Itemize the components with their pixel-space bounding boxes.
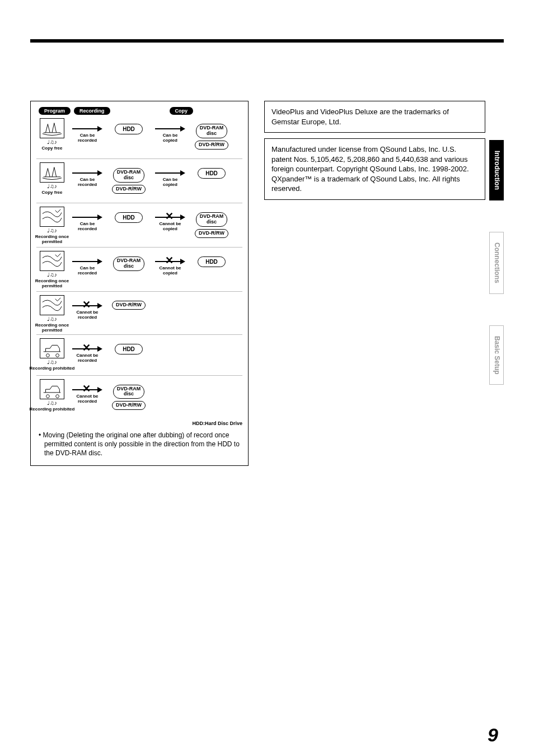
- program-car-icon: [40, 379, 64, 399]
- program-ship-icon: [40, 162, 64, 183]
- diagram-row: ♩♫♪ Recording once permitted Can be reco…: [36, 207, 242, 246]
- tab-connections[interactable]: Connections: [489, 232, 504, 294]
- arrow-label: Can be copied: [163, 133, 178, 143]
- music-notes-icon: ♩♫♪: [47, 316, 57, 322]
- arrow-label: Can be recorded: [78, 177, 97, 187]
- arrow-icon: [72, 214, 102, 220]
- device-dvdrrw-badge: DVD-R/RW: [195, 229, 228, 238]
- recording-copy-diagram: Program Recording Copy ♩♫♪ Copy free Can…: [30, 101, 249, 466]
- arrow-label: Can be recorded: [78, 265, 97, 276]
- device-dvdram-badge: DVD-RAM disc: [113, 256, 145, 271]
- tab-basic-setup[interactable]: Basic Setup: [489, 325, 504, 385]
- program-label: Recording once permitted: [35, 279, 69, 289]
- hdd-legend: HDD:Hard Disc Drive: [36, 421, 242, 426]
- device-dvdrrw-badge: DVD-R/RW: [195, 141, 228, 150]
- arrow-crossed-icon: ✕: [155, 259, 185, 264]
- device-dvdrrw-badge: DVD-R/RW: [112, 185, 146, 194]
- diagram-row: ♩♫♪ Recording prohibited ✕ Cannot be rec…: [36, 379, 242, 418]
- program-map-icon: [40, 251, 64, 271]
- device-dvdram-badge: DVD-RAM disc: [113, 168, 145, 183]
- page-content: Program Recording Copy ♩♫♪ Copy free Can…: [30, 101, 504, 722]
- music-notes-icon: ♩♫♪: [47, 184, 57, 189]
- device-dvdrrw-badge: DVD-R/RW: [112, 301, 146, 310]
- arrow-icon: [72, 259, 102, 264]
- music-notes-icon: ♩♫♪: [47, 400, 57, 406]
- page-number: 9: [488, 724, 498, 746]
- device-dvdram-badge: DVD-RAM disc: [113, 385, 145, 399]
- arrow-crossed-icon: ✕: [72, 303, 102, 309]
- arrow-label: Can be recorded: [78, 133, 97, 143]
- arrow-icon: [155, 170, 185, 176]
- program-ship-icon: [40, 118, 64, 138]
- device-dvdram-badge: DVD-RAM disc: [196, 124, 228, 138]
- program-label: Copy free: [42, 146, 63, 151]
- header-recording: Recording: [74, 107, 110, 115]
- device-dvdram-badge: DVD-RAM disc: [196, 212, 228, 227]
- arrow-crossed-icon: ✕: [72, 387, 102, 393]
- side-tabs: Introduction Connections Basic Setup: [489, 140, 504, 385]
- program-map-icon: [40, 207, 64, 227]
- program-map-icon: [40, 295, 64, 315]
- arrow-label: Cannot be recorded: [76, 310, 98, 320]
- program-label: Recording prohibited: [30, 366, 75, 371]
- diagram-row: ♩♫♪ Recording once permitted ✕ Cannot be…: [36, 295, 242, 333]
- header-copy: Copy: [170, 107, 194, 115]
- program-car-icon: [40, 338, 64, 358]
- arrow-label: Cannot be copied: [159, 265, 181, 276]
- music-notes-icon: ♩♫♪: [47, 272, 57, 278]
- arrow-label: Cannot be recorded: [76, 353, 98, 363]
- page-top-rule: [30, 39, 504, 43]
- arrow-icon: [72, 126, 102, 132]
- header-program: Program: [39, 107, 71, 115]
- arrow-icon: [155, 126, 185, 132]
- music-notes-icon: ♩♫♪: [47, 360, 57, 365]
- arrow-crossed-icon: ✕: [155, 214, 185, 220]
- program-label: Recording once permitted: [35, 323, 69, 333]
- trademark-box-2: Manufactured under license from QSound L…: [264, 138, 485, 200]
- arrow-icon: [72, 170, 102, 176]
- arrow-label: Can be copied: [163, 177, 178, 187]
- arrow-label: Cannot be recorded: [76, 394, 98, 404]
- device-dvdrrw-badge: DVD-R/RW: [112, 401, 146, 410]
- tab-introduction[interactable]: Introduction: [489, 140, 504, 200]
- diagram-footnote: Moving (Deleting the original one after …: [36, 431, 242, 458]
- arrow-label: Can be recorded: [78, 221, 97, 231]
- diagram-row: ♩♫♪ Recording prohibited ✕ Cannot be rec…: [36, 338, 242, 374]
- music-notes-icon: ♩♫♪: [47, 139, 57, 145]
- diagram-row: ♩♫♪ Recording once permitted Can be reco…: [36, 251, 242, 290]
- device-hdd-badge: HDD: [198, 168, 226, 179]
- device-hdd-badge: HDD: [115, 212, 143, 223]
- trademark-box-1: VideoPlus and VideoPlus Deluxe are the t…: [264, 101, 485, 133]
- diagram-row: ♩♫♪ Copy free Can be recorded HDD Can be…: [36, 118, 242, 157]
- arrow-crossed-icon: ✕: [72, 346, 102, 352]
- program-label: Recording prohibited: [30, 407, 75, 412]
- right-column: VideoPlus and VideoPlus Deluxe are the t…: [264, 101, 485, 206]
- device-hdd-badge: HDD: [115, 124, 143, 134]
- arrow-label: Cannot be copied: [159, 221, 181, 231]
- program-label: Recording once permitted: [35, 235, 69, 245]
- device-hdd-badge: HDD: [115, 344, 143, 354]
- device-hdd-badge: HDD: [198, 256, 226, 267]
- diagram-row: ♩♫♪ Copy free Can be recorded DVD-RAM di…: [36, 162, 242, 202]
- music-notes-icon: ♩♫♪: [47, 228, 57, 234]
- program-label: Copy free: [42, 190, 63, 195]
